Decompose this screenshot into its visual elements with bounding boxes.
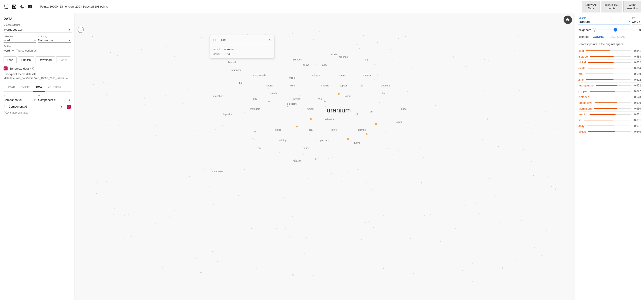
tooltip-val-word: uranium <box>224 48 234 51</box>
nearest-item-name[interactable]: isotopes <box>578 95 589 99</box>
svg-point-243 <box>413 273 414 274</box>
tooltip-close-button[interactable]: ∧ <box>268 38 271 42</box>
svg-point-185 <box>319 31 320 32</box>
clear-selection-button[interactable]: Clear selection <box>623 1 641 12</box>
dataset-select[interactable]: Word2Vec 10K <box>4 27 72 32</box>
nearest-item-name[interactable]: copper <box>578 90 587 93</box>
search-clear-button[interactable]: * <box>629 20 630 24</box>
sphereize-help-icon[interactable]: ? <box>30 67 34 70</box>
scatter-plot[interactable]: ionsoxidethermalhydrogengraphitemagnetic… <box>74 13 575 300</box>
label-button[interactable]: Label <box>56 56 70 63</box>
by-select[interactable]: word <box>632 20 638 23</box>
select-lasso-icon[interactable] <box>11 3 18 10</box>
svg-point-205 <box>289 191 289 192</box>
night-mode-icon[interactable] <box>19 3 26 10</box>
svg-point-92 <box>289 36 290 36</box>
sphereize-checkbox[interactable] <box>4 66 8 70</box>
by-label: by <box>632 16 641 19</box>
z-axis-select-wrap: Component #3 ▼ <box>9 104 63 109</box>
nearest-item-name[interactable]: radioactive <box>578 101 592 104</box>
svg-point-90 <box>458 126 459 126</box>
nearest-item-name[interactable]: manganese <box>578 84 594 87</box>
home-button-canvas[interactable] <box>564 16 572 24</box>
publish-button[interactable]: Publish <box>18 56 34 63</box>
color-by-select[interactable]: No color map <box>38 39 68 42</box>
svg-point-194 <box>546 111 546 112</box>
sphereize-row: Sphereize data ? <box>4 66 71 70</box>
svg-point-52 <box>527 152 528 153</box>
nearest-item-name[interactable]: nickel <box>578 61 586 64</box>
svg-point-54 <box>454 76 454 76</box>
svg-point-68 <box>96 182 97 183</box>
svg-point-226 <box>211 169 212 170</box>
svg-point-49 <box>177 150 177 150</box>
tag-selection-input[interactable] <box>16 49 71 52</box>
label-icon[interactable]: A <box>27 3 34 10</box>
nearest-item-name[interactable]: isotope <box>578 55 588 58</box>
svg-point-300 <box>222 125 223 126</box>
nearest-item-bar-wrap <box>595 102 631 103</box>
nearest-item-name[interactable]: aluminium <box>578 107 592 110</box>
select-rect-icon[interactable] <box>3 3 10 10</box>
tab-tsne[interactable]: T-SNE <box>18 83 33 92</box>
z-axis-select[interactable]: Component #3 <box>9 105 59 108</box>
svg-point-180 <box>285 228 286 229</box>
svg-point-178 <box>484 59 485 60</box>
tab-custom[interactable]: CUSTOM <box>45 83 64 92</box>
nearest-item-score: 0.584 <box>633 55 641 58</box>
nearest-item-name[interactable]: alloy <box>578 124 584 128</box>
svg-point-35 <box>372 189 373 190</box>
svg-point-151 <box>279 152 280 153</box>
label-by-select[interactable]: word <box>4 39 34 42</box>
search-input-row: * <box>578 20 630 24</box>
svg-point-91 <box>110 52 111 53</box>
svg-rect-0 <box>4 5 8 8</box>
search-input[interactable] <box>578 20 629 24</box>
svg-point-175 <box>304 253 305 254</box>
nearest-item-name[interactable]: tin <box>578 118 582 122</box>
nearest-item-name[interactable]: alloys <box>578 130 586 133</box>
svg-point-307 <box>254 131 256 132</box>
svg-point-72 <box>156 216 156 217</box>
svg-point-190 <box>402 279 403 280</box>
load-button[interactable]: Load <box>4 56 17 63</box>
show-all-data-button[interactable]: Show All Data <box>582 1 600 12</box>
xy-axis-row: X Component #1 ▼ Y Component #2 <box>4 95 71 102</box>
svg-text:uranium: uranium <box>327 106 351 114</box>
y-axis-select[interactable]: Component #2 <box>38 98 68 102</box>
nearest-item-name[interactable]: coal <box>578 49 584 52</box>
svg-point-259 <box>418 264 419 264</box>
svg-point-87 <box>490 160 490 160</box>
svg-point-78 <box>398 150 399 151</box>
nearest-item-name[interactable]: oxide <box>578 66 585 70</box>
z-axis-checkbox[interactable] <box>67 105 71 109</box>
nearest-item-name[interactable]: ore <box>578 72 583 76</box>
nearest-list-item: isotope0.584 <box>578 54 641 60</box>
help-float-button[interactable]: ? <box>78 27 84 33</box>
isolate-points-button[interactable]: Isolate 101 points <box>601 1 622 12</box>
tab-pca[interactable]: PCA <box>33 83 45 92</box>
distance-label: distance <box>578 35 589 38</box>
svg-point-71 <box>287 222 287 223</box>
tooltip-row-2: count 223 <box>213 52 271 56</box>
svg-point-65 <box>398 38 399 39</box>
edit-by-label: Edit by <box>4 45 71 48</box>
svg-point-182 <box>322 274 323 275</box>
neighbors-help-icon[interactable]: ? <box>593 28 596 32</box>
x-axis-label: X <box>4 95 36 97</box>
svg-text:materials: materials <box>250 108 260 110</box>
neighbors-slider[interactable] <box>598 30 632 30</box>
nearest-item-name[interactable]: reactor <box>578 113 587 116</box>
svg-point-23 <box>113 214 114 215</box>
download-button[interactable]: Download <box>36 56 55 63</box>
svg-point-85 <box>268 88 269 89</box>
svg-text:coal: coal <box>309 128 313 131</box>
svg-point-119 <box>319 37 320 38</box>
euclidean-button[interactable]: EUCLIDEAN <box>607 35 626 39</box>
cosine-button[interactable]: COSINE <box>591 35 605 39</box>
nearest-item-name[interactable]: zinc <box>578 78 584 81</box>
tab-umap[interactable]: UMAP <box>4 83 18 92</box>
edit-by-select[interactable]: word <box>4 49 10 52</box>
x-axis-select[interactable]: Component #1 <box>4 98 34 102</box>
label-by-label: Label by <box>4 35 36 38</box>
